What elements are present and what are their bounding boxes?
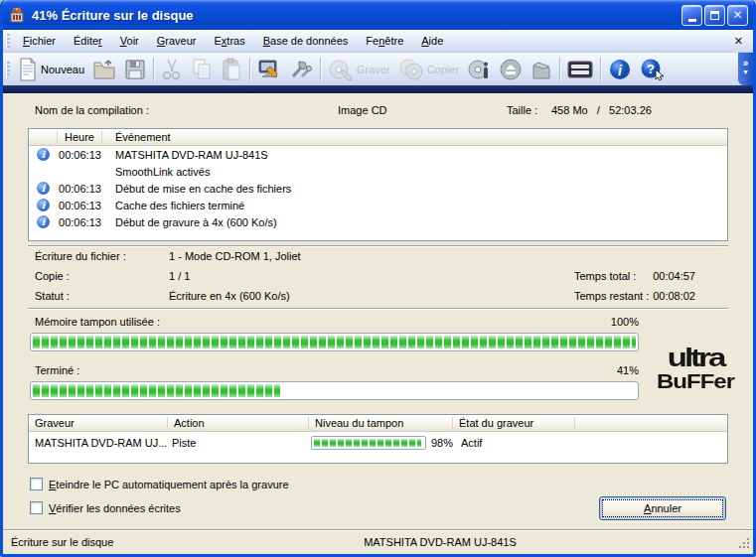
save-icon bbox=[124, 59, 146, 80]
resize-grip[interactable] bbox=[747, 546, 749, 548]
event-text: MATSHITA DVD-RAM UJ-841S bbox=[102, 149, 268, 161]
buffer-label: Mémoire tampon utilisée : bbox=[35, 316, 160, 328]
done-progress-fill bbox=[33, 384, 280, 397]
blank-column-header bbox=[575, 417, 727, 430]
ultrabuffer-logo-line1: ultra bbox=[639, 348, 752, 368]
disc-info-button[interactable] bbox=[464, 55, 494, 83]
event-row[interactable]: i 00:06:13 MATSHITA DVD-RAM UJ-841S bbox=[29, 146, 727, 163]
burner-buffer-fill bbox=[314, 439, 421, 447]
preferences-button[interactable] bbox=[286, 55, 316, 83]
event-time: 00:06:13 bbox=[58, 216, 102, 228]
menu-fichier[interactable]: Fichier bbox=[14, 31, 65, 51]
menubar-grip[interactable] bbox=[6, 34, 10, 49]
info-icon: i bbox=[37, 199, 50, 211]
compilation-name-label: Nom de la compilation : bbox=[35, 104, 149, 116]
status-value: Écriture en 4x (600 Ko/s) bbox=[169, 290, 290, 302]
verify-checkbox-label[interactable]: Vérifier les données écrites bbox=[49, 502, 181, 514]
recorder-drive-icon bbox=[567, 60, 593, 79]
event-row[interactable]: i 00:06:13 Début de mise en cache des fi… bbox=[29, 180, 727, 197]
toolbar: Nouveau bbox=[3, 53, 753, 85]
copy-button[interactable] bbox=[188, 55, 216, 83]
title-bar[interactable]: 41% Écriture sur le disque ✕ bbox=[3, 0, 753, 30]
paste-button[interactable] bbox=[218, 55, 245, 83]
toolbar-separator bbox=[320, 58, 321, 81]
info-icon: i bbox=[37, 148, 50, 161]
event-row[interactable]: i 00:06:13 Cache des fichiers terminé bbox=[29, 197, 727, 213]
disc-case-button[interactable] bbox=[528, 55, 555, 83]
toolbar-separator bbox=[153, 58, 154, 81]
maximize-button[interactable] bbox=[704, 5, 725, 26]
separator bbox=[28, 245, 728, 247]
event-text: Début de gravure à 4x (600 Ko/s) bbox=[102, 216, 277, 228]
event-column-header[interactable]: Événement bbox=[102, 131, 727, 144]
menu-editer[interactable]: Éditer bbox=[65, 31, 111, 51]
buffer-level-column-header[interactable]: Niveau du tampon bbox=[309, 417, 453, 430]
burner-row[interactable]: MATSHITA DVD-RAM UJ... Piste 98% Actif bbox=[29, 432, 727, 454]
event-text: SmoothLink activés bbox=[102, 166, 210, 178]
menu-aide[interactable]: Aide bbox=[412, 31, 452, 51]
copy-disc-button[interactable]: Copier bbox=[395, 55, 462, 83]
icon-column-header[interactable] bbox=[29, 131, 58, 144]
preferences-icon bbox=[289, 58, 313, 81]
menu-bar: Fichier Éditer Voir Graveur Extras Base … bbox=[3, 30, 753, 53]
chevron-right-icon: » bbox=[738, 59, 753, 69]
event-text: Cache des fichiers terminé bbox=[102, 200, 244, 211]
menu-base-de-donnees[interactable]: Base de données bbox=[254, 31, 358, 51]
remaining-time-value: 00:08:02 bbox=[619, 290, 695, 302]
size-label: Taille : bbox=[507, 104, 537, 116]
cut-button[interactable] bbox=[158, 55, 186, 83]
burner-state-column-header[interactable]: État du graveur bbox=[453, 417, 575, 430]
menu-extras[interactable]: Extras bbox=[206, 31, 254, 51]
time-column-header[interactable]: Heure bbox=[58, 131, 102, 144]
help-button[interactable]: ? bbox=[637, 55, 669, 83]
burner-action: Piste bbox=[168, 437, 309, 449]
toolbar-grip[interactable] bbox=[6, 62, 10, 76]
burner-buffer-bar bbox=[311, 436, 426, 450]
shutdown-checkbox-label[interactable]: Eteindre le PC automatiquement après la … bbox=[49, 479, 289, 490]
open-button[interactable] bbox=[89, 55, 119, 83]
burner-table: Graveur Action Niveau du tampon État du … bbox=[28, 414, 728, 464]
copy-disc-icon bbox=[398, 58, 424, 81]
shutdown-checkbox[interactable] bbox=[30, 478, 43, 490]
info-icon: i bbox=[37, 182, 50, 195]
menu-fenetre[interactable]: Fenêtre bbox=[357, 31, 412, 51]
action-column-header[interactable]: Action bbox=[168, 417, 309, 430]
toolbar-separator bbox=[600, 58, 601, 81]
done-label: Terminé : bbox=[35, 364, 79, 376]
cancel-button[interactable]: Annuler bbox=[599, 496, 726, 520]
app-icon bbox=[8, 6, 26, 24]
recorder-drive-button[interactable] bbox=[564, 55, 596, 83]
compilation-properties-button[interactable] bbox=[254, 55, 284, 83]
burn-button[interactable]: Graver bbox=[325, 55, 393, 83]
copy-value: 1 / 1 bbox=[169, 270, 190, 282]
window-title: 41% Écriture sur le disque bbox=[32, 8, 680, 23]
info-button[interactable]: i bbox=[605, 55, 635, 83]
eject-button[interactable] bbox=[496, 55, 526, 83]
minimize-button[interactable] bbox=[681, 5, 702, 26]
menu-voir[interactable]: Voir bbox=[111, 31, 148, 51]
eject-icon bbox=[499, 58, 523, 81]
toolbar-overflow-button[interactable]: » ▼ bbox=[738, 53, 753, 85]
burner-state: Actif bbox=[453, 437, 482, 449]
file-write-label: Écriture du fichier : bbox=[35, 250, 126, 262]
total-time-value: 00:04:57 bbox=[619, 270, 695, 282]
close-button[interactable]: ✕ bbox=[727, 5, 748, 26]
minimize-icon bbox=[688, 19, 696, 22]
verify-checkbox[interactable] bbox=[30, 501, 43, 514]
compilation-properties-icon bbox=[257, 58, 281, 81]
file-write-value: 1 - Mode CD-ROM 1, Joliet bbox=[169, 250, 301, 262]
done-progressbar bbox=[30, 381, 639, 400]
event-time: 00:06:13 bbox=[58, 200, 102, 211]
burner-column-header[interactable]: Graveur bbox=[29, 417, 168, 430]
new-button-label: Nouveau bbox=[41, 64, 84, 75]
event-row[interactable]: SmoothLink activés bbox=[29, 163, 727, 180]
event-text: Début de mise en cache des fichiers bbox=[102, 183, 291, 195]
new-button[interactable]: Nouveau bbox=[15, 55, 87, 83]
maximize-icon bbox=[710, 11, 719, 20]
event-row[interactable]: i 00:06:13 Début de gravure à 4x (600 Ko… bbox=[29, 213, 727, 230]
menu-graveur[interactable]: Graveur bbox=[148, 31, 206, 51]
copy-label: Copie : bbox=[35, 270, 70, 282]
save-button[interactable] bbox=[121, 55, 149, 83]
menubar-close-icon[interactable]: ✕ bbox=[724, 35, 753, 48]
help-icon: ? bbox=[640, 58, 666, 81]
